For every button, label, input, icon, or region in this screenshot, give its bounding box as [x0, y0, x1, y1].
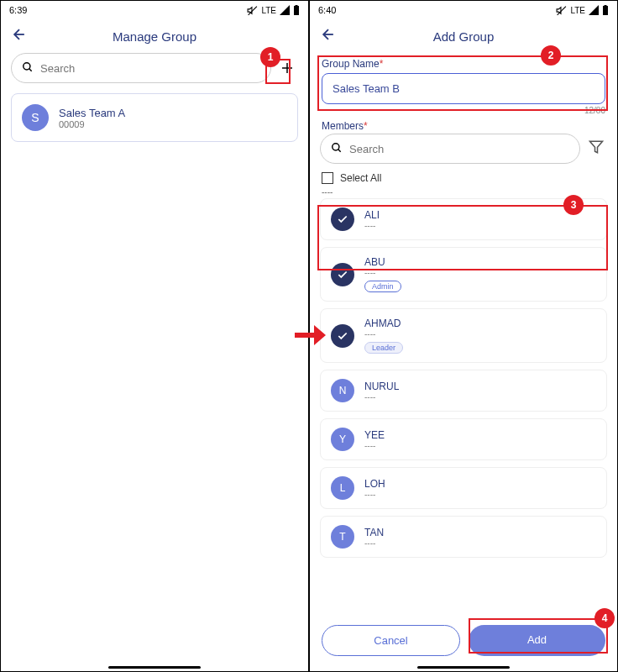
selected-check-icon: [331, 263, 354, 286]
member-sub: ----: [364, 538, 384, 548]
member-search-input[interactable]: [349, 143, 569, 155]
search-icon: [22, 61, 34, 76]
signal-icon: [589, 5, 599, 15]
role-badge: Leader: [364, 342, 403, 354]
mute-icon: [556, 5, 567, 16]
svg-rect-2: [296, 5, 298, 6]
member-avatar: Y: [331, 428, 354, 451]
network-label: LTE: [261, 6, 276, 15]
cancel-button[interactable]: Cancel: [322, 625, 460, 656]
group-card[interactable]: S Sales Team A 00009: [11, 93, 298, 142]
member-avatar: L: [331, 476, 354, 500]
callout-4: 4: [594, 608, 615, 628]
member-name: LOH: [364, 478, 385, 490]
group-avatar: S: [22, 104, 49, 131]
mute-icon: [247, 5, 258, 16]
svg-rect-9: [605, 5, 607, 6]
network-label: LTE: [570, 6, 585, 15]
svg-marker-14: [314, 325, 326, 345]
member-card[interactable]: TTAN----: [320, 516, 607, 558]
svg-point-10: [333, 143, 339, 150]
battery-icon: [602, 5, 609, 15]
member-card[interactable]: ABU----Admin: [320, 247, 607, 302]
search-box[interactable]: [11, 53, 271, 83]
battery-icon: [293, 5, 300, 15]
clock: 6:39: [9, 5, 27, 15]
member-sub: ----: [364, 490, 385, 499]
member-name: ALI: [364, 209, 380, 221]
member-name: AHMAD: [364, 318, 403, 329]
filter-button[interactable]: [585, 139, 607, 158]
status-bar: 6:39 LTE: [1, 1, 308, 19]
member-card[interactable]: LLOH----: [320, 467, 607, 509]
add-button[interactable]: Add: [469, 625, 605, 656]
select-all-label: Select All: [340, 172, 381, 184]
svg-rect-8: [603, 6, 608, 15]
member-avatar: T: [331, 525, 354, 549]
header: Manage Group: [1, 19, 308, 53]
select-all-row[interactable]: Select All: [322, 172, 605, 184]
header: Add Group: [310, 19, 617, 53]
manage-group-screen: 6:39 LTE Manage Group: [0, 0, 309, 672]
member-avatar: N: [331, 379, 354, 402]
page-title: Add Group: [320, 29, 607, 44]
member-name: ABU: [364, 256, 401, 268]
search-input[interactable]: [40, 62, 260, 75]
selected-check-icon: [331, 324, 354, 348]
search-icon: [331, 142, 343, 156]
member-name: YEE: [364, 429, 385, 441]
member-card[interactable]: AHMAD----Leader: [320, 308, 607, 363]
home-indicator: [417, 666, 510, 669]
member-sub: ----: [364, 441, 385, 450]
member-sub: ----: [364, 392, 399, 402]
page-title: Manage Group: [11, 29, 298, 44]
char-counter: 12/80: [322, 106, 605, 115]
member-name: TAN: [364, 527, 384, 538]
select-all-checkbox[interactable]: [322, 172, 333, 184]
callout-2: 2: [541, 45, 561, 66]
members-label: Members*: [322, 120, 605, 132]
member-sub: ----: [364, 221, 380, 230]
home-indicator: [108, 666, 201, 669]
callout-1: 1: [260, 47, 280, 67]
group-name: Sales Team A: [59, 107, 125, 119]
status-icons: LTE: [556, 5, 609, 16]
group-name-label: Group Name*: [322, 58, 605, 70]
member-sub: ----: [364, 329, 403, 339]
footer-actions: Cancel Add: [310, 625, 617, 656]
selected-check-icon: [331, 207, 354, 231]
role-badge: Admin: [364, 281, 401, 292]
svg-point-3: [24, 62, 30, 69]
signal-icon: [280, 5, 290, 15]
group-code: 00009: [59, 119, 125, 129]
svg-line-0: [249, 6, 257, 14]
member-sub: ----: [364, 268, 401, 277]
svg-marker-12: [590, 141, 603, 153]
member-card[interactable]: NNURUL----: [320, 370, 607, 412]
member-card[interactable]: YYEE----: [320, 418, 607, 460]
group-name-input[interactable]: [322, 73, 605, 104]
svg-line-11: [338, 149, 341, 151]
member-name: NURUL: [364, 381, 399, 392]
transition-arrow: [294, 323, 326, 347]
clock: 6:40: [318, 5, 336, 15]
svg-line-7: [558, 6, 566, 14]
callout-3: 3: [563, 195, 584, 215]
member-search-box[interactable]: [320, 134, 580, 164]
svg-rect-1: [294, 6, 299, 15]
section-label: ----: [322, 187, 605, 197]
svg-line-4: [29, 68, 32, 71]
status-icons: LTE: [247, 5, 300, 16]
add-group-screen: 6:40 LTE Add Group Group Name* 12/80 Mem…: [309, 0, 618, 672]
status-bar: 6:40 LTE: [310, 1, 617, 19]
member-list: ALI----ABU----AdminAHMAD----LeaderNNURUL…: [310, 198, 617, 558]
